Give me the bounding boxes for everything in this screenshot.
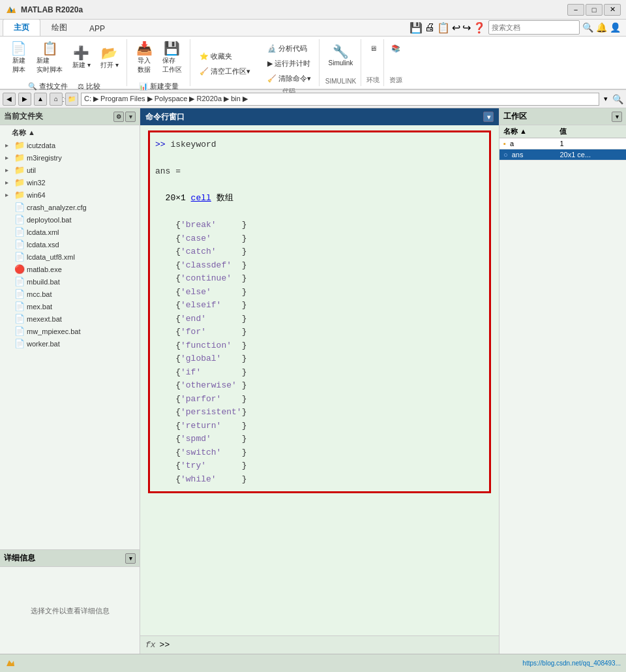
tree-item-mw-mpiexec[interactable]: 📄 mw_mpiexec.bat: [0, 325, 140, 337]
cmd-cell-info: 20×1 cell 数组: [155, 192, 484, 205]
redo-icon[interactable]: ↪: [462, 22, 471, 34]
new-button[interactable]: ➕ 新建 ▾: [68, 44, 95, 72]
open-button[interactable]: 📂 打开 ▾: [97, 44, 123, 72]
ws-row-ans[interactable]: ○ ans 20x1 ce...: [499, 149, 626, 160]
cmd-window-settings[interactable]: ▾: [483, 112, 494, 122]
clear-command-button[interactable]: 🧹 清除命令▾: [263, 72, 315, 85]
file-icon-mexext: 📄: [14, 314, 25, 324]
new-variable-button[interactable]: 📊 新建变量: [135, 80, 183, 93]
compare-button[interactable]: ⚖ 比较: [74, 80, 104, 93]
search-docs-input[interactable]: [488, 20, 580, 35]
close-button[interactable]: ✕: [604, 4, 621, 16]
tab-app[interactable]: APP: [78, 21, 116, 36]
workspace-table: 名称 ▲ 值 ▪ a 1 ○ ans 20x1 ce..: [499, 125, 626, 160]
tree-item-mbuild[interactable]: 📄 mbuild.bat: [0, 275, 140, 288]
cmd-item-for: {'for' }: [155, 326, 484, 339]
cmd-content-area[interactable]: >> iskeyword ans = 20×1 cell 数组 {'break'…: [140, 125, 499, 635]
notification-icon[interactable]: 🔔: [596, 22, 607, 33]
back-button[interactable]: ◀: [3, 93, 16, 106]
folder-icon-icutzdata: 📁: [14, 140, 25, 150]
maximize-button[interactable]: □: [586, 4, 603, 16]
expand-icutzdata: ▸: [5, 142, 14, 149]
import-data-button[interactable]: 📥 导入数据: [132, 39, 156, 77]
item-label-m3iregistry: m3iregistry: [27, 154, 62, 162]
cmd-cell-prefix: 20×1: [155, 193, 191, 203]
details-settings-button[interactable]: ▾: [125, 553, 136, 564]
panel-minimize-button[interactable]: ▾: [125, 112, 136, 122]
copy-icon[interactable]: 📋: [437, 22, 450, 34]
matlab-logo-status: [5, 658, 16, 669]
cmd-item-otherwise: {'otherwise' }: [155, 379, 484, 392]
help-icon[interactable]: ❓: [473, 22, 486, 34]
import-label: 导入数据: [138, 56, 151, 74]
cmd-item-continue: {'continue' }: [155, 272, 484, 285]
new-live-script-button[interactable]: 📋 新建实时脚本: [33, 39, 67, 77]
tree-item-matlab-exe[interactable]: 🔴 matlab.exe: [0, 263, 140, 275]
up-button[interactable]: ▲: [34, 93, 47, 106]
clear-workspace-button[interactable]: 🧹 清空工作区▾: [196, 65, 254, 78]
file-icon-mbuild: 📄: [14, 277, 25, 286]
path-text[interactable]: C: ▶ Program Files ▶ Polyspace ▶ R2020a …: [81, 93, 599, 106]
home-button[interactable]: ⌂: [50, 93, 63, 106]
tree-item-deploytool[interactable]: 📄 deploytool.bat: [0, 213, 140, 226]
details-placeholder: 选择文件以查看详细信息: [31, 606, 110, 616]
tree-item-mexext[interactable]: 📄 mexext.bat: [0, 313, 140, 325]
tree-item-lcdata[interactable]: 📄 lcdata.xml: [0, 226, 140, 238]
tree-item-win32[interactable]: ▸ 📁 win32: [0, 176, 140, 189]
toolbar-section-env: 🖥 环境: [363, 39, 384, 86]
item-label-lcdata-xsd: lcdata.xsd: [27, 241, 59, 249]
new-var-label: 新建变量: [150, 82, 179, 91]
file-tree-header: 名称 ▲: [0, 127, 140, 139]
tree-item-mex[interactable]: 📄 mex.bat: [0, 300, 140, 313]
ws-col-value[interactable]: 值: [556, 125, 626, 138]
tree-item-crash-cfg[interactable]: 📄 crash_analyzer.cfg: [0, 201, 140, 213]
quick-print-icon[interactable]: 🖨: [425, 22, 435, 33]
tree-item-worker[interactable]: 📄 worker.bat: [0, 337, 140, 350]
ws-var-a: a: [510, 140, 514, 147]
minimize-button[interactable]: −: [567, 4, 584, 16]
tree-item-lcdata-xsd[interactable]: 📄 lcdata.xsd: [0, 238, 140, 251]
account-icon[interactable]: 👤: [610, 22, 621, 33]
tree-item-icutzdata[interactable]: ▸ 📁 icutzdata: [0, 139, 140, 151]
tab-plot[interactable]: 绘图: [40, 19, 78, 36]
cmd-input[interactable]: [170, 640, 494, 650]
toolbar-section-file: 📄 新建脚本 📋 新建实时脚本 ➕ 新建 ▾ 📂 打开 ▾ 🔍 查找文件: [3, 39, 127, 86]
find-files-button[interactable]: 🔍 查找文件: [24, 80, 72, 93]
cmd-item-while: {'while' }: [155, 473, 484, 486]
workspace-panel: 工作区 ▾ 名称 ▲ 值 ▪ a 1: [499, 108, 626, 654]
cmd-item-case: {'case' }: [155, 232, 484, 245]
matlab-logo: [5, 4, 17, 16]
path-expand-icon[interactable]: ▾: [602, 95, 610, 103]
tree-item-m3iregistry[interactable]: ▸ 📁 m3iregistry: [0, 151, 140, 164]
tree-item-util[interactable]: ▸ 📁 util: [0, 164, 140, 176]
analyze-code-button[interactable]: 🔬 分析代码: [263, 42, 315, 55]
search-icon[interactable]: 🔍: [582, 22, 593, 33]
path-search-icon[interactable]: 🔍: [612, 94, 623, 104]
workspace-header-controls: ▾: [612, 112, 622, 122]
undo-icon[interactable]: ↩: [452, 22, 460, 34]
tree-item-mcc[interactable]: 📄 mcc.bat: [0, 288, 140, 300]
toolbar-section-simulink: 🔧 Simulink SIMULINK: [321, 39, 362, 86]
favorites-button[interactable]: ⭐ 收藏夹: [196, 50, 254, 63]
simulink-button[interactable]: 🔧 Simulink: [325, 39, 357, 69]
tree-item-win64[interactable]: ▸ 📁 win64: [0, 189, 140, 201]
save-workspace-button[interactable]: 💾 保存工作区: [158, 39, 186, 77]
new-live-label: 新建实时脚本: [37, 56, 63, 74]
folder-icon[interactable]: 📁: [65, 93, 78, 106]
panel-settings-button[interactable]: ⚙: [113, 112, 124, 122]
workspace-settings-button[interactable]: ▾: [612, 112, 622, 122]
ws-row-a[interactable]: ▪ a 1: [499, 138, 626, 149]
panel-header-controls: ⚙ ▾: [113, 112, 136, 122]
quick-save-icon[interactable]: 💾: [410, 22, 423, 34]
run-time-label: 运行并计时: [275, 59, 310, 69]
forward-button[interactable]: ▶: [18, 93, 31, 106]
expand-win32: ▸: [5, 179, 14, 186]
cmd-output-highlight: >> iskeyword ans = 20×1 cell 数组 {'break'…: [148, 130, 491, 493]
cmd-cell-link[interactable]: cell: [191, 193, 211, 203]
file-icon-mex: 📄: [14, 301, 25, 311]
tree-item-lcdata-utf8[interactable]: 📄 lcdata_utf8.xml: [0, 251, 140, 263]
new-script-button[interactable]: 📄 新建脚本: [7, 39, 31, 77]
ws-col-name[interactable]: 名称 ▲: [499, 125, 556, 138]
run-time-button[interactable]: ▶ 运行并计时: [263, 57, 315, 70]
tab-home[interactable]: 主页: [3, 19, 40, 36]
